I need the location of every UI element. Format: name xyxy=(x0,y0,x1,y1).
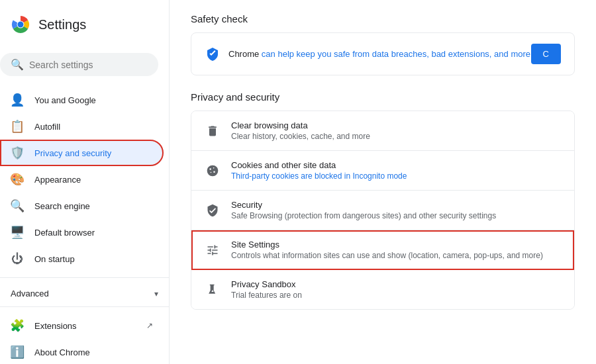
svg-point-6 xyxy=(213,171,215,173)
settings-item-name: Site Settings xyxy=(231,240,561,250)
settings-item-text: Privacy Sandbox Trial features are on xyxy=(231,279,561,300)
settings-item-cookies[interactable]: Cookies and other site data Third-party … xyxy=(191,151,574,191)
sidebar-divider-2 xyxy=(0,306,169,307)
settings-item-desc: Trial features are on xyxy=(231,291,561,300)
sidebar-section-advanced[interactable]: Advanced ▾ xyxy=(0,283,169,301)
settings-item-site-settings[interactable]: Site Settings Controls what information … xyxy=(191,230,574,270)
sidebar-item-label: Default browser xyxy=(34,228,95,238)
chevron-down-icon: ▾ xyxy=(154,289,158,298)
settings-item-text: Security Safe Browsing (protection from … xyxy=(231,200,561,220)
sidebar-item-privacy-and-security[interactable]: 🛡️ Privacy and security xyxy=(0,140,164,166)
safety-check-content: Chrome can help keep you safe from data … xyxy=(205,46,530,62)
sidebar-item-label: Appearance xyxy=(34,175,81,185)
sliders-icon xyxy=(205,242,221,258)
svg-point-3 xyxy=(207,165,219,176)
cookie-icon xyxy=(205,163,221,179)
sidebar-item-label: Extensions xyxy=(34,321,77,331)
sidebar-item-appearance[interactable]: 🎨 Appearance xyxy=(0,166,164,193)
sidebar-item-about-chrome[interactable]: ℹ️ About Chrome xyxy=(0,339,164,364)
svg-point-7 xyxy=(211,171,212,173)
svg-point-2 xyxy=(18,22,24,28)
external-link-icon: ↗ xyxy=(146,321,153,330)
sidebar-item-label: You and Google xyxy=(34,95,96,105)
settings-title: Settings xyxy=(38,17,86,32)
main-content: Safety check Chrome can help keep you sa… xyxy=(170,0,596,364)
settings-item-security[interactable]: Security Safe Browsing (protection from … xyxy=(191,191,574,230)
settings-item-name: Clear browsing data xyxy=(231,120,561,130)
settings-item-text: Clear browsing data Clear history, cooki… xyxy=(231,120,561,141)
settings-item-desc: Third-party cookies are blocked in Incog… xyxy=(231,171,561,181)
sidebar-item-default-browser[interactable]: 🖥️ Default browser xyxy=(0,219,164,246)
browser-icon: 🖥️ xyxy=(11,226,24,239)
shield-icon: 🛡️ xyxy=(11,146,24,159)
sidebar-item-label: Autofill xyxy=(34,122,60,132)
sidebar-item-label: About Chrome xyxy=(34,347,90,357)
settings-item-desc: Controls what information sites can use … xyxy=(231,251,561,260)
privacy-section-title: Privacy and security xyxy=(191,91,575,103)
settings-item-name: Cookies and other site data xyxy=(231,160,561,170)
search-engine-icon: 🔍 xyxy=(11,199,24,212)
autofill-icon: 📋 xyxy=(11,120,24,133)
search-bar-container: 🔍 xyxy=(0,48,169,81)
safety-check-card: Chrome can help keep you safe from data … xyxy=(191,32,575,75)
safety-check-title: Safety check xyxy=(191,13,575,24)
svg-point-4 xyxy=(209,168,211,170)
about-chrome-icon: ℹ️ xyxy=(11,345,24,359)
settings-item-privacy-sandbox[interactable]: Privacy Sandbox Trial features are on xyxy=(191,270,574,309)
settings-item-text: Cookies and other site data Third-party … xyxy=(231,160,561,181)
sidebar-item-you-and-google[interactable]: 👤 You and Google xyxy=(0,87,164,113)
delete-icon xyxy=(205,123,221,139)
search-input[interactable] xyxy=(29,60,148,70)
flask-icon xyxy=(205,282,221,298)
advanced-label: Advanced xyxy=(11,289,49,298)
sidebar-item-extensions[interactable]: 🧩 Extensions ↗ xyxy=(0,312,164,339)
palette-icon: 🎨 xyxy=(11,173,24,186)
settings-item-name: Security xyxy=(231,200,561,210)
shield-check-icon xyxy=(205,203,221,218)
sidebar-header: Settings xyxy=(0,7,169,48)
check-now-button[interactable]: C xyxy=(531,44,561,64)
safety-check-text: Chrome can help keep you safe from data … xyxy=(228,49,530,59)
safety-shield-icon xyxy=(205,46,221,62)
sidebar-item-search-engine[interactable]: 🔍 Search engine xyxy=(0,193,164,219)
power-icon: ⏻ xyxy=(11,252,24,265)
settings-item-text: Site Settings Controls what information … xyxy=(231,240,561,260)
sidebar-item-label: Search engine xyxy=(34,201,90,211)
svg-point-5 xyxy=(213,167,215,169)
settings-item-name: Privacy Sandbox xyxy=(231,279,561,289)
person-icon: 👤 xyxy=(11,93,24,107)
chrome-logo-icon xyxy=(11,15,30,34)
search-icon: 🔍 xyxy=(11,58,24,71)
privacy-settings-list: Clear browsing data Clear history, cooki… xyxy=(191,111,575,310)
settings-item-desc: Clear history, cookies, cache, and more xyxy=(231,132,561,141)
settings-item-desc: Safe Browsing (protection from dangerous… xyxy=(231,211,561,220)
sidebar-item-label: On startup xyxy=(34,254,75,264)
extensions-icon: 🧩 xyxy=(11,319,24,332)
sidebar-divider xyxy=(0,277,169,278)
safety-check-highlight: can help keep you safe from data breache… xyxy=(262,49,530,59)
sidebar: Settings 🔍 👤 You and Google 📋 Autofill 🛡… xyxy=(0,0,170,364)
sidebar-item-autofill[interactable]: 📋 Autofill xyxy=(0,113,164,140)
sidebar-item-on-startup[interactable]: ⏻ On startup xyxy=(0,246,164,272)
settings-item-clear-browsing-data[interactable]: Clear browsing data Clear history, cooki… xyxy=(191,111,574,151)
sidebar-item-label: Privacy and security xyxy=(34,148,111,158)
search-bar[interactable]: 🔍 xyxy=(0,53,158,76)
